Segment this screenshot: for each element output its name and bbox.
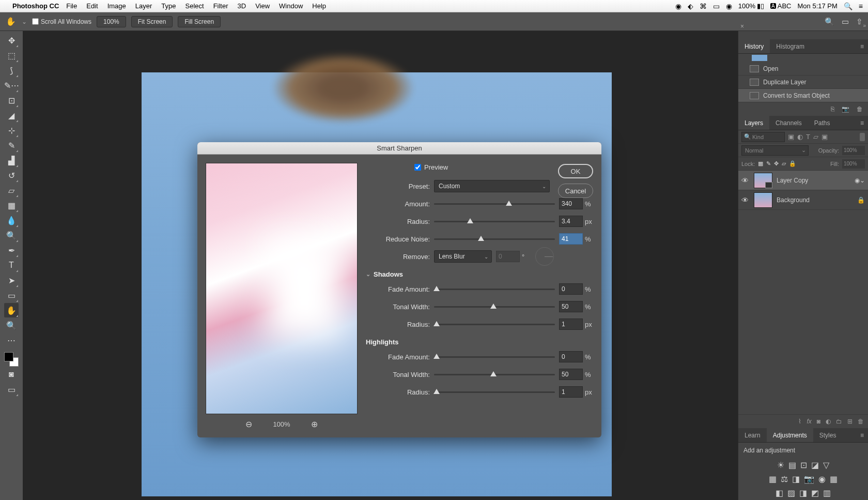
lock-image-icon[interactable]: ✎ xyxy=(766,160,771,167)
menu-edit[interactable]: Edit xyxy=(86,2,98,10)
color-balance-icon[interactable]: ⚖ xyxy=(781,474,788,484)
tab-layers[interactable]: Layers xyxy=(738,116,769,130)
tab-learn[interactable]: Learn xyxy=(738,428,767,442)
highlights-fade-input[interactable] xyxy=(559,351,583,362)
filter-type-icon[interactable]: T xyxy=(806,133,810,141)
remove-dropdown[interactable]: Lens Blur xyxy=(434,250,492,263)
color-lookup-icon[interactable]: ▦ xyxy=(830,474,838,484)
delete-layer-icon[interactable]: 🗑 xyxy=(858,418,864,425)
fit-screen-button[interactable]: Fit Screen xyxy=(131,16,173,27)
layer-group-icon[interactable]: 🗀 xyxy=(836,418,842,425)
history-item-open[interactable]: Open xyxy=(738,62,868,75)
noise-slider[interactable] xyxy=(434,234,555,244)
layer-row-copy[interactable]: 👁 Layer Copy ◉⌄ xyxy=(738,171,868,190)
zoom-tool[interactable]: 🔍 xyxy=(4,318,19,332)
shadows-radius-input[interactable] xyxy=(559,319,583,330)
shadows-fade-slider[interactable] xyxy=(434,284,555,294)
smart-filter-icon[interactable]: ◉⌄ xyxy=(855,177,865,184)
hue-icon[interactable]: ▦ xyxy=(769,474,777,484)
cancel-button[interactable]: Cancel xyxy=(558,184,593,198)
layer-lock-icon[interactable]: 🔒 xyxy=(857,196,865,204)
wifi-icon[interactable]: ◉ xyxy=(726,2,732,10)
menu-filter[interactable]: Filter xyxy=(213,2,228,10)
zoom-percent-button[interactable]: 100% xyxy=(97,16,126,27)
opacity-input[interactable]: 100% xyxy=(842,146,865,155)
lock-position-icon[interactable]: ✥ xyxy=(774,160,779,167)
brightness-icon[interactable]: ☀ xyxy=(777,460,784,470)
pen-tool[interactable]: ✒ xyxy=(4,243,19,257)
layer-mask-icon[interactable]: ◙ xyxy=(817,418,820,425)
menu-image[interactable]: Image xyxy=(107,2,126,10)
threshold-icon[interactable]: ◨ xyxy=(799,488,807,498)
tool-preset-dropdown[interactable]: ⌄ xyxy=(22,18,27,25)
filter-adjust-icon[interactable]: ◐ xyxy=(797,133,803,141)
selective-color-icon[interactable]: ◩ xyxy=(811,488,819,498)
fill-screen-button[interactable]: Fill Screen xyxy=(178,16,221,27)
dropbox-icon[interactable]: ⬖ xyxy=(688,2,693,10)
link-layers-icon[interactable]: ⌇ xyxy=(798,418,801,425)
amount-input[interactable] xyxy=(559,198,583,209)
layer-style-icon[interactable]: fx xyxy=(807,418,811,425)
shadows-tonal-input[interactable] xyxy=(559,301,583,312)
history-item-convert[interactable]: Convert to Smart Object xyxy=(738,89,868,102)
noise-input[interactable] xyxy=(559,233,583,245)
creative-cloud-icon[interactable]: ⌘ xyxy=(700,2,707,10)
zoom-out-icon[interactable]: ⊖ xyxy=(245,419,252,429)
spotlight-icon[interactable]: 🔍 xyxy=(844,2,853,10)
ok-button[interactable]: OK xyxy=(558,164,593,178)
history-snapshot-thumb[interactable] xyxy=(752,55,767,61)
tab-history[interactable]: History xyxy=(738,39,770,53)
preview-image[interactable] xyxy=(206,163,358,414)
tab-histogram[interactable]: Histogram xyxy=(770,39,811,53)
dialog-title[interactable]: Smart Sharpen xyxy=(197,142,601,155)
quick-mask-tool[interactable]: ◙ xyxy=(4,367,19,382)
brush-tool[interactable]: ✎ xyxy=(4,138,19,153)
battery-status[interactable]: 100% ▮▯ xyxy=(738,2,764,10)
posterize-icon[interactable]: ▨ xyxy=(787,488,795,498)
layer-visibility-icon[interactable]: 👁 xyxy=(741,176,750,185)
highlights-tonal-input[interactable] xyxy=(559,369,583,380)
vibrance-icon[interactable]: ▽ xyxy=(823,460,829,470)
layers-panel-menu-icon[interactable]: ≡ xyxy=(856,116,868,130)
tab-styles[interactable]: Styles xyxy=(813,428,843,442)
layer-visibility-icon[interactable]: 👁 xyxy=(741,196,750,204)
highlights-radius-slider[interactable] xyxy=(434,387,555,397)
menu-view[interactable]: View xyxy=(255,2,270,10)
filter-smart-icon[interactable]: ▣ xyxy=(822,133,828,141)
lock-all-icon[interactable]: 🔒 xyxy=(789,160,796,167)
preset-dropdown[interactable]: Custom xyxy=(434,180,550,192)
hand-tool[interactable]: ✋ xyxy=(4,303,19,317)
bw-icon[interactable]: ◨ xyxy=(792,474,800,484)
highlights-radius-input[interactable] xyxy=(559,386,583,398)
menu-extras-icon[interactable]: ≡ xyxy=(859,2,863,10)
move-tool[interactable]: ✥ xyxy=(4,33,19,48)
scroll-all-checkbox[interactable]: Scroll All Windows xyxy=(32,18,91,25)
curves-icon[interactable]: ⊡ xyxy=(800,460,807,470)
menu-type[interactable]: Type xyxy=(161,2,176,10)
canvas-area[interactable]: Smart Sharpen ⊖ 100% ⊕ Preview ⚙ xyxy=(23,31,738,500)
lasso-tool[interactable]: ⟆ xyxy=(4,63,19,78)
clock[interactable]: Mon 5:17 PM xyxy=(798,2,838,10)
app-name[interactable]: Photoshop CC xyxy=(12,2,59,10)
blur-tool[interactable]: 💧 xyxy=(4,213,19,228)
layer-name[interactable]: Background xyxy=(777,196,810,204)
panel-collapse-icon[interactable]: » xyxy=(863,23,866,28)
lock-artboard-icon[interactable]: ▱ xyxy=(782,160,786,167)
shadows-tonal-slider[interactable] xyxy=(434,302,555,311)
stamp-tool[interactable]: ▟ xyxy=(4,153,19,168)
dodge-tool[interactable]: 🔍 xyxy=(4,228,19,243)
new-snapshot-icon[interactable]: 📷 xyxy=(842,105,849,113)
history-item-duplicate[interactable]: Duplicate Layer xyxy=(738,75,868,89)
blend-mode-dropdown[interactable]: Normal xyxy=(741,145,809,156)
photo-filter-icon[interactable]: 📷 xyxy=(804,474,814,484)
menu-select[interactable]: Select xyxy=(185,2,204,10)
hand-tool-icon[interactable]: ✋ xyxy=(5,16,17,27)
angle-dial[interactable] xyxy=(535,247,554,266)
artboard-icon[interactable]: ▭ xyxy=(842,17,849,26)
highlights-tonal-slider[interactable] xyxy=(434,370,555,379)
filter-pixel-icon[interactable]: ▣ xyxy=(788,133,794,141)
layer-name[interactable]: Layer Copy xyxy=(777,177,808,184)
input-source[interactable]: A ABC xyxy=(770,2,791,10)
highlights-fade-slider[interactable] xyxy=(434,352,555,361)
shadows-header[interactable]: Shadows xyxy=(366,270,593,278)
